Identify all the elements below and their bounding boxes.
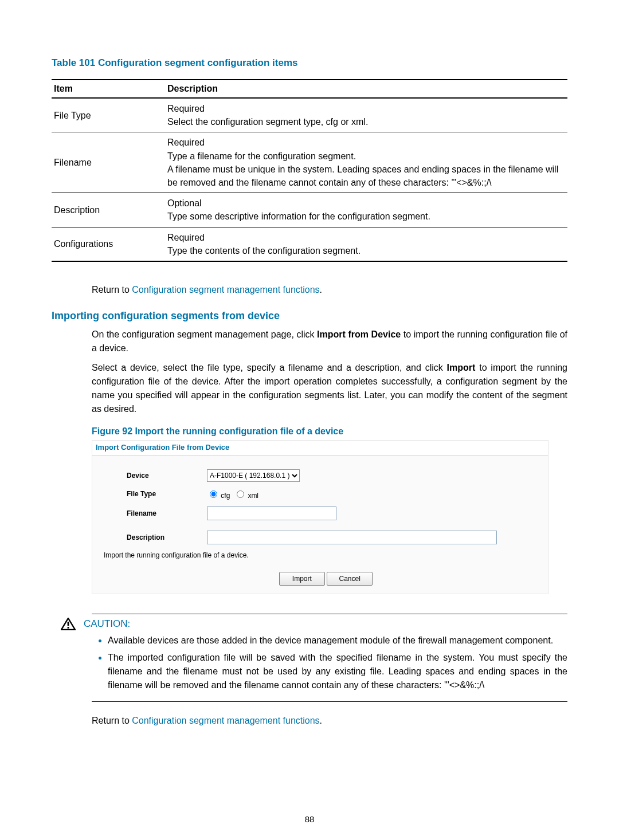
table-caption: Table 101 Configuration segment configur… (52, 57, 567, 69)
import-button[interactable]: Import (279, 572, 325, 586)
radio-xml-label: xml (248, 492, 258, 500)
text: On the configuration segment management … (92, 329, 317, 339)
row-desc: Required Type a filename for the configu… (165, 132, 567, 193)
return-suffix: . (320, 285, 322, 295)
col-header-item: Item (52, 80, 165, 98)
table-row: Filename Required Type a filename for th… (52, 132, 567, 193)
return-line-2: Return to Configuration segment manageme… (92, 716, 567, 726)
row-item: Filename (52, 132, 165, 193)
table-row: Description Optional Type some descripti… (52, 193, 567, 227)
caution-item: The imported configuration file will be … (108, 651, 567, 692)
row-item: Description (52, 193, 165, 227)
row-desc: Required Type the contents of the config… (165, 227, 567, 261)
label-description: Description (127, 533, 207, 541)
return-link[interactable]: Configuration segment management functio… (132, 285, 319, 295)
return-link[interactable]: Configuration segment management functio… (132, 716, 319, 725)
warning-icon (61, 618, 76, 630)
paragraph-2: Select a device, select the file type, s… (92, 361, 567, 416)
radio-cfg-label: cfg (221, 492, 230, 500)
row-desc: Required Select the configuration segmen… (165, 98, 567, 132)
screenshot-import-dialog: Import Configuration File from Device De… (92, 440, 549, 594)
table-row: Configurations Required Type the content… (52, 227, 567, 261)
return-prefix: Return to (92, 285, 132, 295)
device-select[interactable]: A-F1000-E ( 192.168.0.1 ) (207, 469, 300, 482)
caution-item: Available devices are those added in the… (108, 634, 567, 647)
radio-cfg-wrapper[interactable]: cfg (207, 489, 230, 500)
description-input[interactable] (207, 531, 497, 544)
row-item: Configurations (52, 227, 165, 261)
bold-text: Import (447, 363, 476, 372)
radio-xml[interactable] (237, 490, 244, 498)
caution-label: CAUTION: (84, 618, 130, 630)
caution-list: Available devices are those added in the… (108, 634, 567, 692)
col-header-description: Description (165, 80, 567, 98)
row-desc: Optional Type some descriptive informati… (165, 193, 567, 227)
bold-text: Import from Device (317, 329, 401, 339)
return-prefix: Return to (92, 716, 132, 725)
radio-xml-wrapper[interactable]: xml (234, 489, 258, 500)
dialog-title: Import Configuration File from Device (92, 441, 548, 456)
form-hint: Import the running configuration file of… (104, 551, 525, 559)
filename-input[interactable] (207, 507, 336, 520)
caution-block: CAUTION: Available devices are those add… (92, 614, 567, 702)
row-item: File Type (52, 98, 165, 132)
label-filename: Filename (127, 509, 207, 517)
cancel-button[interactable]: Cancel (327, 572, 373, 586)
text: Select a device, select the file type, s… (92, 363, 447, 372)
svg-rect-2 (68, 627, 69, 629)
figure-caption: Figure 92 Import the running configurati… (92, 426, 567, 437)
section-heading-importing: Importing configuration segments from de… (52, 310, 567, 322)
svg-rect-1 (68, 622, 69, 626)
label-file-type: File Type (127, 490, 207, 498)
table-row: File Type Required Select the configurat… (52, 98, 567, 132)
config-items-table: Item Description File Type Required Sele… (52, 79, 567, 262)
radio-cfg[interactable] (210, 490, 217, 498)
return-line: Return to Configuration segment manageme… (92, 285, 567, 295)
page-number: 88 (0, 814, 619, 824)
return-suffix: . (320, 716, 322, 725)
paragraph-1: On the configuration segment management … (92, 328, 567, 355)
label-device: Device (127, 472, 207, 480)
